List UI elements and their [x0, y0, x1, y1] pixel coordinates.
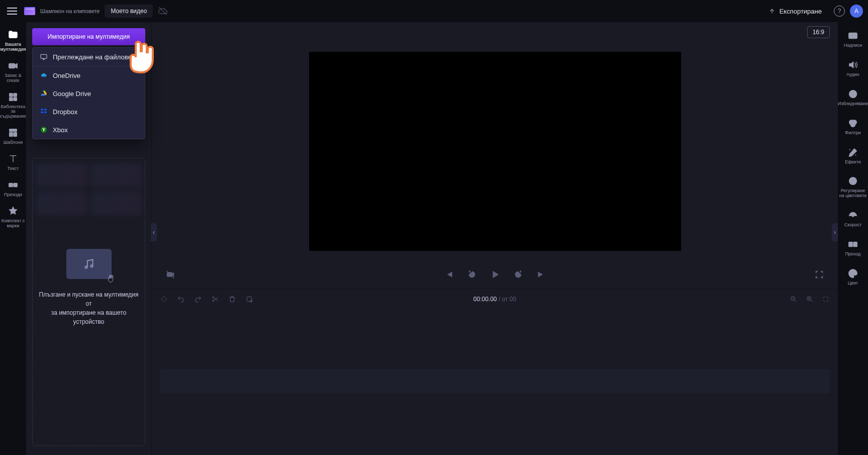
dropdown-google-drive[interactable]: Google Drive: [33, 84, 145, 103]
svg-rect-1: [9, 63, 15, 68]
app-logo-icon: [24, 7, 35, 15]
media-folder-icon: [8, 29, 19, 40]
svg-rect-13: [167, 272, 172, 277]
help-button[interactable]: ?: [834, 6, 845, 17]
svg-rect-3: [14, 93, 17, 96]
transition-icon: [847, 239, 858, 250]
xbox-icon: [40, 126, 48, 134]
prop-label: Цвят: [848, 281, 858, 286]
user-avatar[interactable]: A: [850, 5, 863, 18]
forward-button[interactable]: [513, 269, 524, 280]
transitions-icon: [8, 179, 19, 191]
prop-color[interactable]: Цвят: [838, 263, 868, 291]
redo-button[interactable]: [194, 295, 202, 303]
zoom-in-button[interactable]: [806, 295, 814, 303]
right-properties-rail: Надписи Аудио Избледняване Филтри Ефекти…: [838, 22, 868, 455]
nav-brand-kit[interactable]: Комплект с марки: [0, 202, 26, 233]
prop-filters[interactable]: Филтри: [838, 113, 868, 141]
svg-rect-28: [849, 242, 852, 247]
dropdown-label: Dropbox: [53, 108, 77, 116]
adjust-colors-icon: [847, 175, 858, 187]
prop-speed[interactable]: Скорост: [838, 205, 868, 233]
menu-button[interactable]: [5, 4, 19, 18]
timecode-display: 00:00.00 / от 00: [473, 296, 516, 303]
svg-rect-8: [14, 132, 17, 136]
rewind-button[interactable]: [466, 269, 477, 280]
import-media-dropdown: Преглеждане на файлове OneDrive Google D…: [32, 47, 145, 139]
prop-fade[interactable]: Избледняване: [838, 83, 868, 112]
prop-transition[interactable]: Преход: [838, 234, 868, 262]
nav-transitions[interactable]: Преходи: [0, 175, 26, 202]
nav-your-media[interactable]: Вашата мултимедия: [0, 25, 26, 56]
svg-rect-17: [247, 297, 251, 301]
nav-label: Текст: [8, 166, 19, 171]
svg-point-30: [850, 272, 851, 273]
undo-button[interactable]: [177, 295, 185, 303]
nav-label: Вашата мултимедия: [0, 42, 26, 52]
timeline-track[interactable]: [160, 369, 830, 393]
nav-content-library[interactable]: Библиотека за съдържание: [0, 87, 26, 124]
cloud-sync-off-icon: [158, 6, 168, 16]
video-preview-canvas[interactable]: [309, 52, 681, 251]
timeline-canvas[interactable]: [152, 309, 838, 455]
prop-label: Преход: [845, 252, 861, 257]
zoom-out-button[interactable]: [790, 295, 798, 303]
svg-point-25: [850, 122, 855, 127]
prop-audio[interactable]: Аудио: [838, 54, 868, 82]
collapse-right-panel-button[interactable]: ›: [832, 223, 838, 241]
nav-label: Библиотека за съдържание: [0, 105, 26, 120]
prop-label: Скорост: [844, 223, 861, 228]
svg-rect-5: [14, 97, 17, 100]
nav-text[interactable]: Текст: [0, 149, 26, 175]
dropdown-browse-files[interactable]: Преглеждане на файлове: [33, 48, 145, 66]
prop-label: Избледняване: [838, 102, 868, 107]
prop-adjust-colors[interactable]: Регулиране на цветовете: [838, 170, 868, 204]
prop-label: Надписи: [844, 43, 862, 48]
upload-icon: [768, 8, 776, 15]
play-button[interactable]: [490, 269, 501, 280]
import-media-button[interactable]: Импортиране на мултимедия: [32, 28, 145, 45]
dropdown-dropbox[interactable]: Dropbox: [33, 103, 145, 121]
brand-label: Шампион на клиповете: [40, 8, 100, 14]
aspect-ratio-chip[interactable]: 16:9: [807, 26, 830, 38]
delete-button[interactable]: [228, 295, 236, 303]
skip-next-button[interactable]: [536, 269, 547, 280]
crop-button[interactable]: [245, 295, 253, 303]
skip-prev-button[interactable]: [443, 269, 454, 280]
svg-rect-7: [10, 132, 13, 136]
media-audio-tile-icon: [66, 249, 112, 279]
speed-icon: [847, 210, 858, 221]
export-button[interactable]: Експортиране: [761, 4, 829, 19]
fullscreen-button[interactable]: [814, 269, 825, 280]
captions-icon: [847, 30, 858, 41]
media-drop-zone[interactable]: Плъзгане и пускане на мултимедия от за и…: [32, 158, 145, 446]
prop-label: Филтри: [845, 131, 860, 136]
ai-sparkle-button[interactable]: [160, 295, 168, 303]
palette-icon: [847, 268, 858, 279]
prop-effects[interactable]: Ефекти: [838, 142, 868, 170]
safe-zone-toggle[interactable]: [165, 269, 176, 280]
nav-templates[interactable]: Шаблони: [0, 123, 26, 149]
google-drive-icon: [40, 89, 48, 98]
monitor-icon: [40, 53, 48, 61]
dropdown-label: Xbox: [53, 126, 68, 134]
svg-rect-29: [853, 242, 857, 247]
split-button[interactable]: [211, 295, 219, 303]
media-panel: Импортиране на мултимедия Преглеждане на…: [26, 22, 152, 455]
prop-captions[interactable]: Надписи: [838, 25, 868, 53]
dropdown-label: Преглеждане на файлове: [53, 53, 132, 61]
topbar: Шампион на клиповете Моето видео Експорт…: [0, 0, 868, 22]
svg-point-16: [213, 300, 214, 302]
collapse-media-panel-button[interactable]: ‹: [151, 223, 157, 241]
dropdown-xbox[interactable]: Xbox: [33, 121, 145, 139]
export-label: Експортиране: [780, 8, 822, 15]
svg-point-27: [852, 216, 854, 217]
camera-icon: [8, 60, 19, 71]
project-name-input[interactable]: Моето видео: [105, 5, 153, 18]
fit-timeline-button[interactable]: [822, 295, 830, 303]
brand-kit-icon: [8, 206, 19, 217]
onedrive-icon: [40, 71, 48, 79]
dropdown-onedrive[interactable]: OneDrive: [33, 66, 145, 84]
nav-record-create[interactable]: Запис & create: [0, 56, 26, 87]
svg-rect-11: [41, 54, 47, 58]
